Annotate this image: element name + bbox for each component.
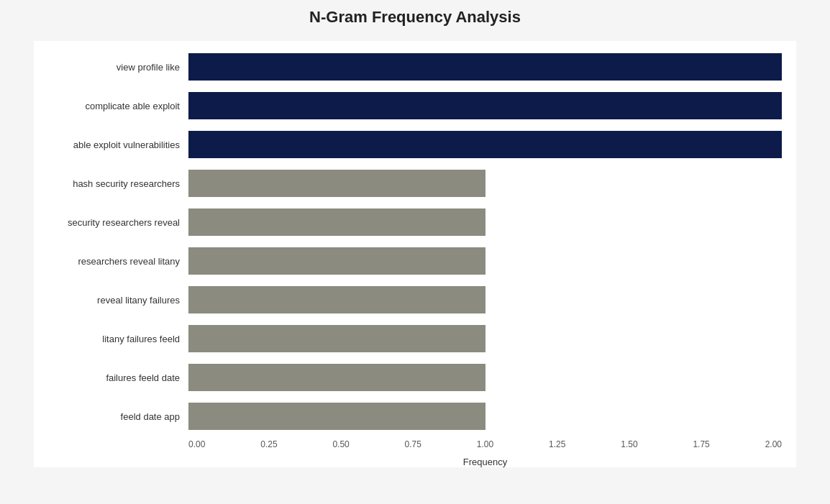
bar <box>188 403 485 430</box>
bar-area-wrapper <box>188 48 796 86</box>
bar-row: reveal litany failures <box>34 281 796 319</box>
bar-row: hash security researchers <box>34 165 796 202</box>
bar <box>188 209 485 236</box>
x-tick: 1.50 <box>621 439 637 449</box>
bar-label: feeld date app <box>34 411 188 422</box>
bar <box>188 325 485 352</box>
bar <box>188 170 485 197</box>
bar <box>188 286 485 313</box>
bar-area-wrapper <box>188 281 796 319</box>
chart-container: N-Gram Frequency Analysis view profile l… <box>19 0 811 504</box>
bar-row: litany failures feeld <box>34 320 796 357</box>
bar-row: view profile like <box>34 48 796 86</box>
x-tick: 0.25 <box>260 439 277 449</box>
bar-label: failures feeld date <box>34 372 188 383</box>
bar-row: able exploit vulnerabilities <box>34 126 796 163</box>
bar-label: complicate able exploit <box>34 101 188 111</box>
bar <box>188 247 485 275</box>
bar-area-wrapper <box>188 398 796 435</box>
bar-area-wrapper <box>188 165 796 202</box>
bar-label: view profile like <box>34 62 188 73</box>
bar-label: security researchers reveal <box>34 217 188 228</box>
x-tick: 0.75 <box>405 439 421 449</box>
bar-row: researchers reveal litany <box>34 242 796 280</box>
bar-area-wrapper <box>188 126 796 163</box>
x-axis-label: Frequency <box>188 457 782 467</box>
bar-area-wrapper <box>188 359 796 396</box>
bar-label: litany failures feeld <box>34 334 188 344</box>
bar-row: complicate able exploit <box>34 87 796 124</box>
bar <box>188 131 782 158</box>
bar-label: able exploit vulnerabilities <box>34 139 188 150</box>
bar-label: reveal litany failures <box>34 295 188 306</box>
x-tick: 1.00 <box>477 439 493 449</box>
x-tick: 2.00 <box>765 439 782 449</box>
bar <box>188 92 782 119</box>
bar <box>188 53 782 81</box>
bar <box>188 364 485 391</box>
x-tick: 1.75 <box>693 439 709 449</box>
bar-row: failures feeld date <box>34 359 796 396</box>
x-tick: 0.00 <box>188 439 205 449</box>
chart-title: N-Gram Frequency Analysis <box>34 8 796 27</box>
x-axis-container: 0.000.250.500.751.001.251.501.752.00 <box>188 436 796 452</box>
bar-label: hash security researchers <box>34 178 188 189</box>
bar-area-wrapper <box>188 242 796 280</box>
bar-row: feeld date app <box>34 398 796 435</box>
x-tick: 1.25 <box>549 439 565 449</box>
bar-area-wrapper <box>188 203 796 241</box>
bars-area: view profile likecomplicate able exploit… <box>34 48 796 435</box>
x-tick: 0.50 <box>332 439 349 449</box>
bar-area-wrapper <box>188 87 796 124</box>
bar-area-wrapper <box>188 320 796 357</box>
bar-label: researchers reveal litany <box>34 256 188 267</box>
bar-row: security researchers reveal <box>34 203 796 241</box>
